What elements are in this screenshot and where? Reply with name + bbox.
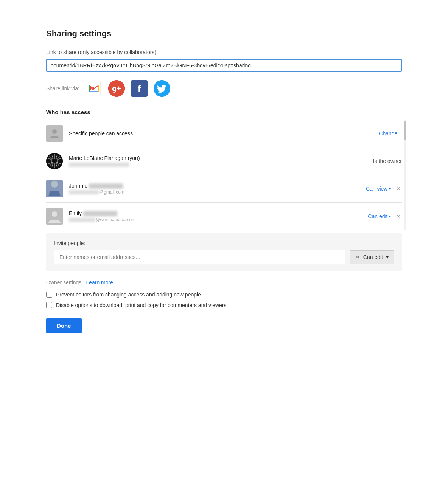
disable-download-checkbox[interactable] — [46, 302, 52, 308]
table-row: Marie LeBlanc Flanagan (you) Is the owne… — [46, 147, 402, 175]
specific-people-text: Specific people can access. — [69, 130, 320, 136]
scrollbar[interactable] — [404, 120, 406, 230]
avatar — [46, 180, 63, 197]
svg-point-29 — [52, 211, 57, 217]
user-email-emily: @weirdcanada.com — [69, 217, 320, 222]
scrollbar-thumb — [404, 121, 406, 140]
user-email-marie — [69, 162, 320, 167]
invite-permission-label: Can edit — [363, 254, 383, 260]
gmail-share-button[interactable]: M — [86, 80, 102, 97]
prevent-editors-row: Prevent editors from changing access and… — [46, 292, 402, 298]
googleplus-share-button[interactable]: g+ — [108, 80, 125, 97]
done-button[interactable]: Done — [46, 318, 82, 333]
avatar — [46, 208, 63, 225]
can-edit-label-emily: Can edit — [368, 213, 387, 219]
change-access-right: Change... — [326, 130, 402, 136]
link-input-wrapper[interactable] — [46, 59, 402, 72]
svg-text:M: M — [90, 86, 94, 92]
user-info-johnnie: Johnnie @gmail.com — [69, 183, 320, 195]
learn-more-link[interactable]: Learn more — [86, 279, 113, 285]
disable-download-row: Disable options to download, print and c… — [46, 302, 402, 308]
who-has-access-title: Who has access — [46, 109, 402, 115]
invite-permission-button[interactable]: ✏ Can edit ▾ — [350, 250, 394, 264]
remove-emily-button[interactable]: × — [395, 213, 402, 220]
chevron-down-icon: ▾ — [389, 187, 391, 191]
invite-label: Invite people: — [54, 240, 394, 246]
invite-section: Invite people: ✏ Can edit ▾ — [46, 233, 402, 271]
user-info-emily: Emily @weirdcanada.com — [69, 210, 320, 222]
user-name-marie: Marie LeBlanc Flanagan (you) — [69, 155, 320, 161]
svg-text:f: f — [138, 84, 141, 94]
owner-settings-label: Owner settings — [46, 279, 81, 285]
prevent-editors-checkbox[interactable] — [46, 292, 52, 298]
user-name-emily: Emily — [69, 210, 320, 216]
user-name-johnnie: Johnnie — [69, 183, 320, 189]
twitter-share-button[interactable] — [154, 80, 170, 97]
share-via-row: Share link via: M g+ — [46, 80, 402, 97]
sharing-settings-dialog: Sharing settings Link to share (only acc… — [31, 15, 417, 349]
share-via-label: Share link via: — [46, 85, 79, 92]
table-row: Emily @weirdcanada.com Can edit ▾ × — [46, 203, 402, 230]
johnnie-permission-right: Can view ▾ × — [326, 185, 402, 192]
svg-point-7 — [52, 129, 57, 134]
dialog-title: Sharing settings — [46, 29, 402, 39]
prevent-editors-label: Prevent editors from changing access and… — [56, 292, 201, 298]
invite-input[interactable] — [54, 250, 345, 264]
svg-text:g+: g+ — [112, 84, 121, 93]
link-label: Link to share (only accessible by collab… — [46, 49, 402, 55]
share-link-input[interactable] — [51, 62, 397, 68]
can-edit-button-emily[interactable]: Can edit ▾ — [368, 213, 391, 219]
can-view-label: Can view — [366, 186, 388, 192]
avatar — [46, 153, 63, 169]
user-email-johnnie: @gmail.com — [69, 189, 320, 195]
specific-people-info: Specific people can access. — [69, 130, 320, 136]
change-access-button[interactable]: Change... — [379, 130, 402, 136]
access-rows: Specific people can access. Change... — [46, 120, 402, 230]
table-row: Johnnie @gmail.com Can view ▾ × — [46, 175, 402, 203]
chevron-down-icon: ▾ — [389, 214, 391, 219]
disable-download-label: Disable options to download, print and c… — [56, 302, 227, 308]
emily-permission-right: Can edit ▾ × — [326, 213, 402, 220]
invite-input-row: ✏ Can edit ▾ — [54, 250, 394, 264]
owner-settings-row: Owner settings Learn more — [46, 279, 402, 285]
access-list-container: Specific people can access. Change... — [46, 120, 402, 230]
owner-permission-right: Is the owner — [326, 158, 402, 164]
facebook-share-button[interactable]: f — [131, 80, 148, 97]
can-view-button[interactable]: Can view ▾ — [366, 186, 391, 192]
svg-point-27 — [51, 181, 58, 188]
user-info-marie: Marie LeBlanc Flanagan (you) — [69, 155, 320, 167]
remove-johnnie-button[interactable]: × — [395, 185, 402, 192]
generic-avatar — [46, 125, 63, 142]
pencil-icon: ✏ — [356, 254, 360, 260]
chevron-down-icon: ▾ — [386, 254, 389, 260]
specific-people-row: Specific people can access. Change... — [46, 120, 402, 147]
owner-text: Is the owner — [373, 158, 402, 164]
